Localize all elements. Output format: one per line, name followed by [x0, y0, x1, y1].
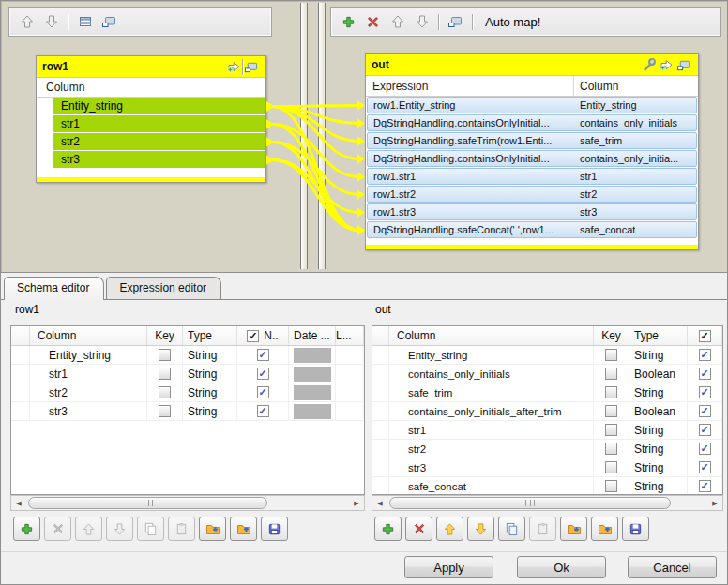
out-mapping-row[interactable]: row1.str1 str1 [367, 168, 697, 185]
row1-entry-label[interactable]: str2 [53, 133, 265, 150]
add-column-icon[interactable] [225, 58, 242, 75]
minimize-window-icon[interactable] [675, 56, 692, 73]
move-down-icon[interactable] [43, 14, 59, 30]
vertical-splitter[interactable] [300, 3, 308, 269]
key-checkbox[interactable] [159, 368, 171, 380]
tab-schema-editor[interactable]: Schema editor [4, 277, 104, 300]
minimize-window-icon[interactable] [447, 14, 463, 30]
schema-row[interactable]: str3 String [372, 458, 722, 477]
length-header[interactable]: L... [336, 326, 364, 345]
expression-cell[interactable]: row1.str3 [368, 206, 573, 218]
horizontal-scrollbar[interactable]: ◀ ▶ [10, 495, 365, 511]
key-header[interactable]: Key [594, 326, 629, 345]
nullable-checkbox[interactable] [699, 424, 711, 436]
nullable-checkbox[interactable] [699, 461, 711, 473]
tab-expression-editor[interactable]: Expression editor [106, 277, 221, 299]
column-cell[interactable]: str1 [573, 171, 597, 182]
column-header[interactable]: Column [30, 326, 147, 345]
column-cell[interactable]: Entity_string [389, 346, 594, 364]
copy-button[interactable] [498, 517, 525, 541]
key-checkbox[interactable] [605, 405, 617, 417]
wrench-settings-icon[interactable] [641, 56, 658, 73]
add-row-button[interactable] [13, 517, 40, 541]
schema-row[interactable]: str2 String [11, 383, 364, 402]
nullable-header[interactable] [688, 326, 722, 345]
type-cell[interactable]: String [183, 365, 237, 382]
scrollbar-thumb[interactable] [28, 497, 267, 509]
delete-row-button[interactable] [405, 517, 432, 541]
column-cell[interactable]: str3 [30, 402, 147, 420]
out-mapping-row[interactable]: row1.str3 str3 [367, 203, 697, 220]
schema-row[interactable]: safe_trim String [372, 383, 722, 402]
move-down-button[interactable] [467, 517, 494, 541]
column-cell[interactable]: safe_concat [389, 477, 594, 495]
import-schema-button[interactable] [230, 517, 257, 541]
column-cell[interactable]: str1 [389, 421, 594, 439]
scroll-right-icon[interactable]: ▶ [707, 496, 722, 510]
remove-output-icon[interactable] [365, 14, 381, 30]
key-checkbox[interactable] [605, 386, 617, 398]
save-schema-button[interactable] [622, 517, 649, 541]
expression-cell[interactable]: row1.str2 [368, 188, 573, 200]
nullable-checkbox[interactable] [699, 368, 711, 380]
schema-row[interactable]: contains_only_initials_after_trim Boolea… [372, 402, 722, 421]
move-up-icon[interactable] [389, 14, 405, 30]
column-cell[interactable]: str1 [30, 365, 147, 382]
apply-button[interactable]: Apply [404, 556, 493, 578]
nullable-checkbox[interactable] [257, 349, 269, 361]
type-cell[interactable]: String [183, 346, 237, 364]
row1-entry-label[interactable]: Entity_string [53, 98, 265, 114]
type-cell[interactable]: String [183, 383, 237, 401]
nullable-checkbox[interactable] [699, 480, 711, 492]
schema-row[interactable]: str1 String [372, 421, 722, 440]
scroll-left-icon[interactable]: ◀ [372, 496, 387, 510]
vertical-splitter[interactable] [318, 3, 326, 269]
add-row-button[interactable] [374, 517, 402, 541]
column-cell[interactable]: contains_only_initials [573, 117, 677, 128]
row1-entry[interactable]: str1 [37, 115, 265, 133]
column-cell[interactable]: Entity_string [30, 346, 147, 364]
horizontal-scrollbar[interactable]: ◀ ▶ [372, 495, 723, 511]
row1-entry[interactable]: str2 [37, 133, 265, 151]
row1-entry-label[interactable]: str3 [53, 151, 265, 168]
key-header[interactable]: Key [147, 326, 183, 345]
type-cell[interactable]: String [629, 440, 688, 458]
row1-entry[interactable]: str3 [37, 151, 265, 169]
key-checkbox[interactable] [605, 480, 617, 492]
cancel-button[interactable]: Cancel [628, 556, 717, 578]
column-cell[interactable]: Entity_string [573, 99, 637, 111]
type-cell[interactable]: Boolean [629, 365, 688, 382]
save-schema-button[interactable] [261, 517, 288, 541]
schema-row[interactable]: Entity_string String [11, 346, 364, 365]
schema-row[interactable]: contains_only_initials Boolean [372, 365, 722, 383]
key-checkbox[interactable] [159, 386, 171, 398]
schema-row[interactable]: str1 String [11, 365, 364, 383]
auto-map-button[interactable]: Auto map! [481, 13, 544, 31]
type-cell[interactable]: String [629, 383, 688, 401]
key-checkbox[interactable] [605, 349, 617, 361]
expression-cell[interactable]: DqStringHandling.containsOnlyInitial... [368, 153, 573, 164]
column-cell[interactable]: contains_only_initials_after_trim [389, 402, 594, 420]
expression-cell[interactable]: DqStringHandling.safeTrim(row1.Enti... [368, 135, 573, 146]
key-checkbox[interactable] [605, 442, 617, 455]
export-schema-button[interactable] [199, 517, 226, 541]
type-cell[interactable]: String [183, 402, 237, 420]
nullable-all-checkbox[interactable] [699, 330, 711, 342]
minimize-window-icon[interactable] [101, 14, 117, 30]
minimize-window-icon[interactable] [243, 58, 260, 75]
add-output-icon[interactable] [341, 14, 356, 30]
column-cell[interactable]: str2 [30, 383, 147, 401]
column-cell[interactable]: safe_concat [573, 224, 635, 235]
nullable-header[interactable]: N.. [237, 326, 289, 345]
move-up-button[interactable] [436, 517, 463, 541]
type-cell[interactable]: String [629, 346, 688, 364]
expression-cell[interactable]: row1.Entity_string [368, 99, 573, 111]
column-cell[interactable]: str2 [389, 440, 594, 458]
column-cell[interactable]: contains_only_initials [389, 365, 594, 382]
type-cell[interactable]: String [629, 421, 688, 439]
out-mapping-row[interactable]: DqStringHandling.containsOnlyInitial... … [367, 114, 697, 131]
type-cell[interactable]: Boolean [629, 402, 688, 420]
nullable-checkbox[interactable] [257, 386, 269, 398]
nullable-checkbox[interactable] [699, 386, 711, 398]
out-mapping-row[interactable]: row1.Entity_string Entity_string [367, 97, 697, 113]
